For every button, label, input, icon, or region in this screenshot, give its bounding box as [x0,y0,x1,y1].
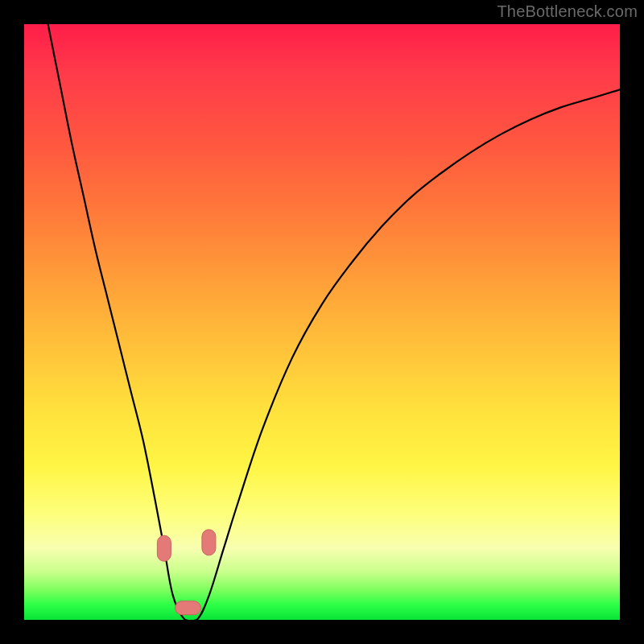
curve-layer [24,24,620,620]
bottom-node [175,601,201,615]
curve-right-arm [185,89,620,620]
watermark-label: TheBottleneck.com [497,2,638,21]
plot-area [24,24,620,620]
left-node [157,535,171,561]
curve-left-arm [48,24,197,620]
chart-stage: TheBottleneck.com [0,0,644,644]
right-node [202,530,216,555]
